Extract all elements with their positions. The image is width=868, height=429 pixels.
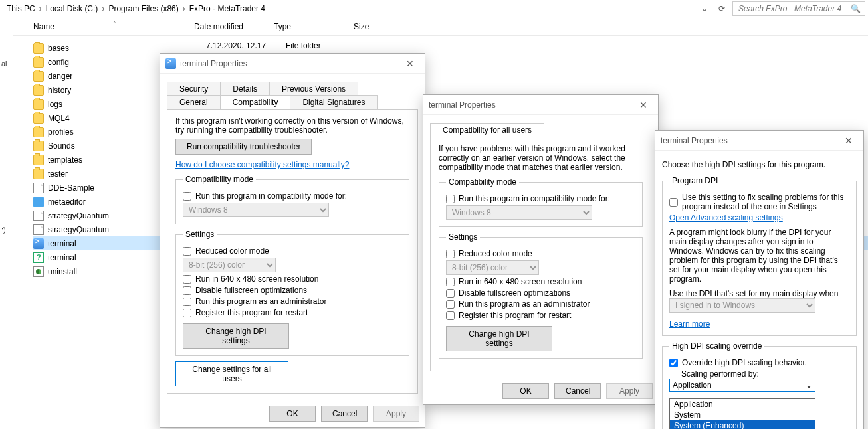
col-name[interactable]: Name˄ <box>13 22 186 31</box>
apply-button[interactable]: Apply <box>373 406 419 422</box>
low-res-checkbox[interactable]: Run in 640 x 480 screen resolution <box>446 277 635 286</box>
file-name: DDE-Sample <box>48 183 94 193</box>
chevron-down-icon[interactable]: ⌄ <box>698 2 711 15</box>
dialog-title: terminal Properties <box>180 59 247 68</box>
scaling-performed-label: Scaling performed by: <box>669 369 849 379</box>
run-troubleshooter-button[interactable]: Run compatibility troubleshooter <box>175 139 312 155</box>
close-icon[interactable]: ✕ <box>839 135 858 146</box>
register-restart-checkbox[interactable]: Register this program for restart <box>446 311 635 320</box>
file-name: bases <box>48 44 69 53</box>
ok-button[interactable]: OK <box>502 383 549 399</box>
col-date[interactable]: Date modified <box>186 22 266 31</box>
dpi-explain-text: A program might look blurry if the DPI f… <box>669 228 849 284</box>
file-name: danger <box>48 72 72 81</box>
tab-digital-signatures[interactable]: Digital Signatures <box>290 95 378 109</box>
col-type[interactable]: Type <box>266 22 346 31</box>
app-icon <box>165 58 176 69</box>
reduced-color-checkbox[interactable]: Reduced color mode <box>183 246 402 256</box>
tab-previous-versions[interactable]: Previous Versions <box>269 82 358 96</box>
column-headers[interactable]: Name˄ Date modified Type Size <box>13 17 868 36</box>
folder-icon <box>33 169 44 179</box>
reduced-color-checkbox[interactable]: Reduced color mode <box>446 249 635 258</box>
option-application[interactable]: Application <box>670 399 815 410</box>
file-name: templates <box>48 155 82 165</box>
file-name: terminal <box>48 239 76 248</box>
dialog-title: terminal Properties <box>661 136 728 145</box>
file-icon <box>33 211 44 221</box>
fix-scaling-checkbox[interactable]: Use this setting to fix scaling problems… <box>669 193 849 211</box>
change-all-users-button[interactable]: Change settings for all users <box>175 361 288 386</box>
help-link[interactable]: How do I choose compatibility settings m… <box>175 160 349 169</box>
compat-mode-checkbox[interactable]: Run this program in compatibility mode f… <box>183 191 402 201</box>
tab-details[interactable]: Details <box>220 82 270 96</box>
override-dpi-checkbox[interactable]: Override high DPI scaling behavior. <box>669 358 849 367</box>
change-dpi-button[interactable]: Change high DPI settings <box>446 326 552 351</box>
file-name: Sounds <box>48 141 75 151</box>
breadcrumb-item[interactable]: Program Files (x86) <box>108 4 178 13</box>
cancel-button[interactable]: Cancel <box>554 383 601 399</box>
file-icon <box>33 183 44 193</box>
change-dpi-button[interactable]: Change high DPI settings <box>183 323 289 349</box>
advanced-scaling-link[interactable]: Open Advanced scaling settings <box>669 213 783 222</box>
properties-dialog-2: terminal Properties ✕ Compatibility for … <box>423 94 659 405</box>
option-system-enhanced[interactable]: System (Enhanced) <box>670 420 815 429</box>
file-name: tester <box>48 169 68 179</box>
file-name: profiles <box>48 128 74 137</box>
option-system[interactable]: System <box>670 410 815 420</box>
scaling-dropdown[interactable]: Application System System (Enhanced) <box>669 398 815 429</box>
file-row[interactable]: config <box>33 55 868 69</box>
low-res-checkbox[interactable]: Run in 640 x 480 screen resolution <box>183 274 402 284</box>
scaling-combo[interactable]: Application⌄ <box>669 379 815 392</box>
intro-text: If you have problems with this program a… <box>439 144 643 172</box>
disable-fullscreen-checkbox[interactable]: Disable fullscreen optimizations <box>446 288 635 298</box>
col-size[interactable]: Size <box>346 22 399 31</box>
breadcrumb-item[interactable]: Local Disk (C:) <box>46 4 98 13</box>
tab-compatibility[interactable]: Compatibility <box>220 95 291 109</box>
dpi-settings-dialog: terminal Properties ✕ Choose the high DP… <box>655 130 864 429</box>
run-as-admin-checkbox[interactable]: Run this program as an administrator <box>446 300 635 309</box>
color-depth-select[interactable]: 8-bit (256) color <box>446 260 539 275</box>
close-icon[interactable]: ✕ <box>634 100 653 110</box>
file-name: strategyQuantum <box>48 211 109 220</box>
tab-general[interactable]: General <box>167 95 221 109</box>
compat-mode-checkbox[interactable]: Run this program in compatibility mode f… <box>446 194 635 203</box>
when-label: Use the DPI that's set for my main displ… <box>669 289 849 298</box>
file-name: logs <box>48 100 62 109</box>
search-input[interactable]: 🔍 <box>732 1 865 16</box>
first-row-meta: 7.12.2020. 12.17 File folder <box>206 41 366 50</box>
app-icon <box>33 197 44 207</box>
apply-button[interactable]: Apply <box>606 383 653 399</box>
folder-icon <box>33 71 44 82</box>
folder-icon <box>33 57 44 68</box>
chevron-down-icon: ⌄ <box>806 381 812 390</box>
navpane-fragment: al <box>0 57 13 70</box>
ok-button[interactable]: OK <box>269 406 316 422</box>
file-name: MQL4 <box>48 114 70 123</box>
tab-compat-all-users[interactable]: Compatibility for all users <box>430 123 544 137</box>
file-row[interactable]: danger <box>33 69 868 83</box>
search-field[interactable] <box>737 3 851 14</box>
refresh-icon[interactable]: ⟳ <box>715 2 728 15</box>
compat-os-select[interactable]: Windows 8 <box>183 203 329 217</box>
learn-more-link[interactable]: Learn more <box>669 319 710 329</box>
breadcrumb-item[interactable]: This PC <box>7 4 35 13</box>
disable-fullscreen-checkbox[interactable]: Disable fullscreen optimizations <box>183 286 402 295</box>
file-name: metaeditor <box>48 197 86 207</box>
properties-dialog-1: terminal Properties ✕ Security Details P… <box>160 53 425 428</box>
intro-text: Choose the high DPI settings for this pr… <box>662 160 857 169</box>
cancel-button[interactable]: Cancel <box>321 406 368 422</box>
sort-indicator-icon: ˄ <box>113 21 116 27</box>
when-select[interactable]: I signed in to Windows <box>669 298 815 313</box>
file-row[interactable]: bases <box>33 41 868 55</box>
breadcrumb-item[interactable]: FxPro - MetaTrader 4 <box>189 4 265 13</box>
register-restart-checkbox[interactable]: Register this program for restart <box>183 308 402 317</box>
folder-icon <box>33 113 44 124</box>
close-icon[interactable]: ✕ <box>401 58 419 69</box>
tab-security[interactable]: Security <box>167 82 221 96</box>
search-icon[interactable]: 🔍 <box>851 4 861 13</box>
settings-legend: Settings <box>446 232 480 242</box>
color-depth-select[interactable]: 8-bit (256) color <box>183 258 276 272</box>
run-as-admin-checkbox[interactable]: Run this program as an administrator <box>183 297 402 306</box>
compat-os-select[interactable]: Windows 8 <box>446 205 592 220</box>
nav-pane: al :) <box>0 17 13 429</box>
